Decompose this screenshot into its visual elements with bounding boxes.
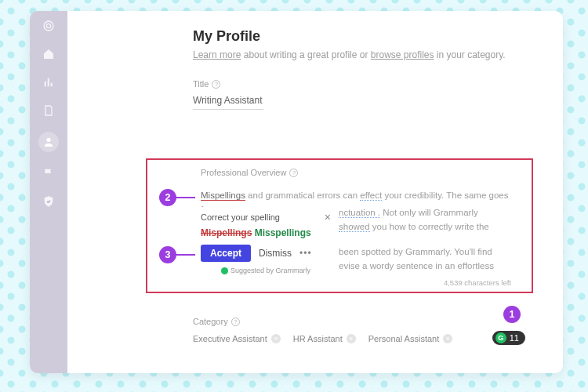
target-icon[interactable]: [42, 19, 56, 33]
overview-text-fragment: nctuation . Not only will Grammarly show…: [339, 205, 524, 234]
grammarly-popup: Correct your spelling × Mispellings Miss…: [196, 207, 337, 279]
grammarly-badge[interactable]: G 11: [492, 331, 525, 345]
shield-icon[interactable]: [42, 194, 56, 209]
app-panel: My Profile Learn more about writing a gr…: [30, 11, 563, 373]
svg-point-5: [46, 138, 50, 142]
stats-icon[interactable]: [42, 75, 56, 89]
svg-rect-3: [48, 78, 49, 87]
category-chip[interactable]: HR Assistant×: [293, 334, 356, 343]
help-icon[interactable]: ?: [212, 80, 220, 89]
svg-rect-2: [45, 82, 46, 87]
help-icon[interactable]: ?: [289, 169, 298, 177]
suggested-by: Suggested by Grammarly: [201, 267, 331, 274]
dismiss-button[interactable]: Dismiss: [259, 248, 292, 259]
category-label: Category ?: [193, 317, 452, 326]
flag-icon[interactable]: [42, 166, 56, 180]
suggestion-text: Mispellings Misspellings: [201, 227, 331, 238]
issue-count: 11: [510, 333, 519, 343]
overview-label: Professional Overview ?: [201, 168, 517, 177]
home-icon[interactable]: [42, 47, 56, 61]
grammarly-logo-icon: G: [495, 332, 506, 343]
learn-more-link[interactable]: Learn more: [193, 49, 241, 60]
grammarly-logo-icon: [221, 267, 228, 274]
page-title: My Profile: [193, 28, 532, 45]
more-icon[interactable]: •••: [299, 248, 312, 259]
subtitle: Learn more about writing a great profile…: [193, 49, 532, 60]
remove-chip-icon[interactable]: ×: [443, 334, 452, 343]
category-chip[interactable]: Personal Assistant×: [368, 334, 453, 343]
svg-point-0: [44, 21, 53, 31]
sidebar: [30, 11, 67, 373]
document-icon[interactable]: [42, 103, 56, 118]
remove-chip-icon[interactable]: ×: [271, 334, 281, 343]
profile-icon[interactable]: [38, 132, 59, 152]
help-icon[interactable]: ?: [231, 318, 240, 326]
title-value[interactable]: Writing Assistant: [193, 93, 263, 110]
close-icon[interactable]: ×: [325, 212, 331, 223]
spelling-error[interactable]: Mispellings: [201, 191, 245, 201]
overview-text-fragment: been spotted by Grammarly. You'll find e…: [339, 245, 524, 274]
remove-chip-icon[interactable]: ×: [347, 334, 356, 343]
category-block: Category ? Executive Assistant× HR Assis…: [193, 317, 452, 343]
popup-heading: Correct your spelling: [201, 212, 280, 222]
title-label: Title ?: [193, 79, 532, 89]
category-chip[interactable]: Executive Assistant×: [193, 334, 281, 343]
char-count: 4,539 characters left: [444, 278, 511, 287]
accept-button[interactable]: Accept: [201, 245, 251, 262]
browse-profiles-link[interactable]: browse profiles: [371, 49, 434, 60]
svg-rect-4: [51, 83, 53, 87]
svg-point-1: [46, 24, 50, 27]
